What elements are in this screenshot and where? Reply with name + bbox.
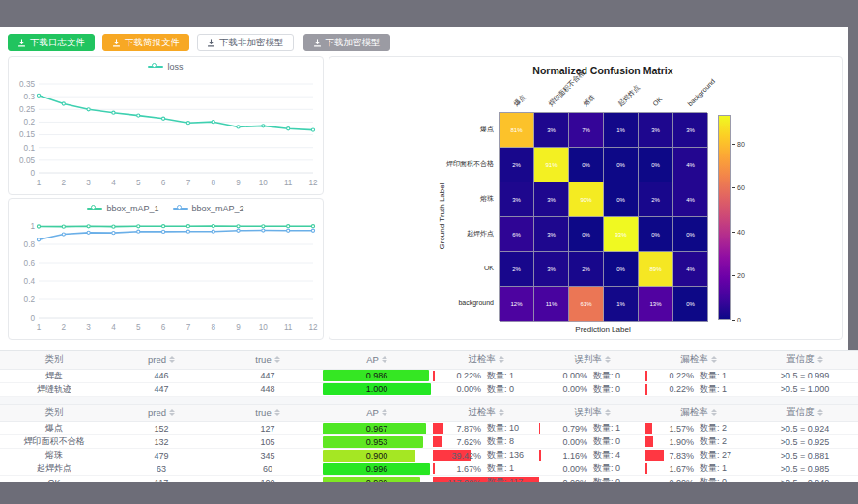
column-header[interactable]: 置信度 [752,405,858,422]
cell-true: 105 [214,435,321,449]
svg-text:1: 1 [37,179,42,187]
colorbar-tick-label: 20 [737,272,745,279]
ap-value: 0.967 [323,423,431,434]
column-header[interactable]: 误判率 [539,351,645,369]
download-unencrypted-model-button[interactable]: 下载非加密模型 [197,34,294,51]
rate-count: 数量: 1 [700,370,746,382]
rate-percent: 1.90% [651,437,694,447]
column-header[interactable]: 漏检率 [645,351,752,369]
column-header[interactable]: 误判率 [539,405,645,422]
card-loss-plot: 00.050.10.150.20.250.30.3512345678910111… [10,74,324,192]
svg-text:8: 8 [211,179,215,187]
rate-cell: 1.67%数量: 1 [433,462,539,475]
button-label: 下载非加密模型 [219,37,284,49]
scrollbar-track [848,27,858,350]
column-header-label: 置信度 [786,406,815,419]
ap-cell: 0.900 [323,450,431,462]
button-label: 下载日志文件 [30,37,85,49]
sort-icon [274,356,280,363]
table-row: 焊缝轨迹4474481.0000.00%数量: 00.00%数量: 00.22%… [0,382,858,396]
svg-text:0.2: 0.2 [24,118,36,126]
legend-item[interactable]: loss [148,62,183,71]
cell-name: 熔珠 [0,449,108,462]
cell-overdetect-rate: 0.22%数量: 1 [433,369,539,382]
matrix-row-label: 爆点 [329,112,494,147]
cell-confidence: >0.5 = 0.985 [752,462,858,476]
rate-percent: 0.22% [651,384,694,394]
rate-count: 数量: 4 [593,449,640,462]
cell-name: 爆点 [0,422,108,435]
rate-count: 数量: 0 [593,383,640,396]
ap-value: 1.000 [323,383,431,395]
card-map-plot: 00.20.40.60.81123456789101112 [10,216,324,337]
chart-legend: bbox_mAP_1bbox_mAP_2 [9,204,323,213]
svg-text:3: 3 [86,179,91,187]
series-marker-icon [87,205,102,212]
column-header[interactable]: 过检率 [433,405,539,422]
cell-misjudge-rate: 0.00%数量: 0 [539,435,645,449]
matrix-cell: 0% [604,252,639,287]
svg-text:0.25: 0.25 [19,105,35,114]
button-label: 下载加密模型 [326,37,381,49]
rate-count: 数量: 0 [593,435,640,448]
colorbar-tick-mark [732,144,735,145]
colorbar-tick-label: 0 [737,317,741,323]
column-header[interactable]: AP [321,351,433,369]
cell-misjudge-rate: 1.16%数量: 4 [539,449,645,462]
colorbar-tick-mark [732,232,735,233]
matrix-cell: 11% [534,287,569,322]
rate-bar [645,384,647,395]
svg-text:6: 6 [161,323,166,332]
column-header[interactable]: pred [108,405,214,422]
legend-item[interactable]: bbox_mAP_2 [173,204,244,213]
svg-text:9: 9 [236,323,241,332]
rate-bar [433,371,435,381]
rate-percent: 0.22% [651,371,694,380]
cell-ap: 0.900 [321,449,433,462]
rate-cell: 1.67%数量: 1 [645,462,752,475]
svg-text:2: 2 [62,323,67,332]
column-header-label: 类别 [45,353,64,366]
matrix-row-label: 焊印面积不合格 [329,147,494,182]
confusion-matrix-title: Normalized Confusion Matrix [499,65,707,76]
svg-text:0.05: 0.05 [19,156,35,165]
rate-count: 数量: 0 [593,370,640,382]
metrics-table-1: 类别predtrueAP过检率误判率漏检率置信度焊盘4464470.9860.2… [0,351,858,397]
download-icon [207,39,215,47]
rate-cell: 0.00%数量: 0 [539,383,645,396]
rate-cell: 0.00%数量: 0 [539,370,645,382]
column-header-label: true [255,354,271,365]
column-header[interactable]: true [214,351,321,369]
rate-count: 数量: 1 [700,383,746,396]
column-header[interactable]: 漏检率 [645,405,752,422]
confusion-matrix-grid: 81%3%7%1%3%3%2%91%0%0%0%4%3%3%90%0%2%4%6… [499,112,707,321]
download-report-file-button[interactable]: 下载简报文件 [102,34,189,51]
column-header[interactable]: 过检率 [433,351,539,369]
cell-pred: 63 [108,462,214,476]
cell-confidence: >0.5 = 1.000 [752,382,858,396]
svg-text:2: 2 [62,179,67,187]
download-icon [112,39,121,47]
table-row: 起焊炸点63600.9961.67%数量: 10.00%数量: 01.67%数量… [0,462,858,476]
ap-value: 0.900 [323,450,431,462]
svg-text:5: 5 [136,323,141,332]
rate-percent: 7.87% [439,424,481,434]
rate-cell: 1.90%数量: 2 [645,435,752,448]
rate-percent: 0.00% [545,384,587,394]
rate-bar [645,463,647,474]
column-header[interactable]: AP [321,405,433,422]
download-log-file-button[interactable]: 下载日志文件 [8,34,95,51]
rate-percent: 0.00% [545,464,587,474]
dashboard-window: 下载日志文件下载简报文件下载非加密模型下载加密模型 loss00.050.10.… [0,27,858,482]
rate-percent: 1.67% [439,464,481,474]
rate-percent: 7.83% [651,451,694,461]
cell-name: 焊缝轨迹 [0,382,108,396]
column-header[interactable]: true [214,405,321,422]
column-header[interactable]: 置信度 [752,351,858,369]
legend-item[interactable]: bbox_mAP_1 [87,204,158,213]
download-encrypted-model-button[interactable]: 下载加密模型 [303,34,390,51]
column-header[interactable]: pred [108,351,214,369]
cell-true: 127 [214,422,321,435]
matrix-cell: 0% [569,148,604,182]
svg-text:9: 9 [236,179,241,187]
